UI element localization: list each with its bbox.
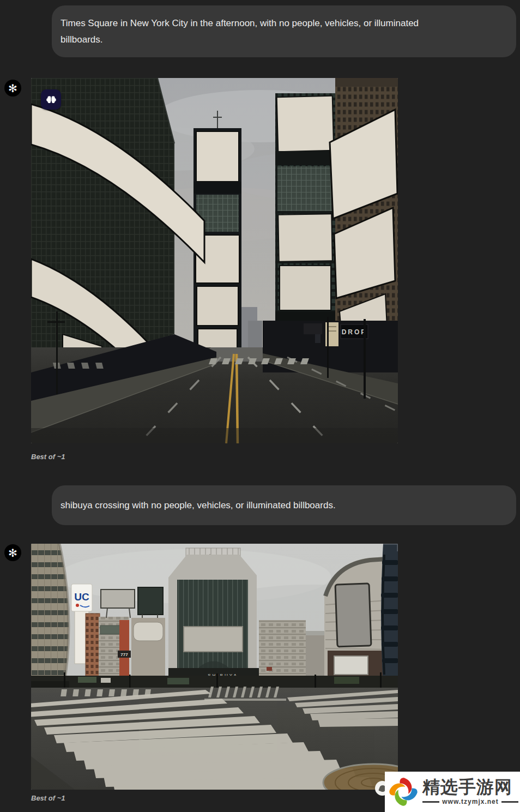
times-square-scene: DROP [31, 78, 398, 443]
chat-page: Times Square in New York City in the aft… [0, 0, 520, 812]
watermark-dash [422, 801, 439, 803]
watermark-site-name: 精选手游网 [422, 778, 518, 797]
assistant-avatar: ✻ [4, 544, 21, 561]
far-right-tower [381, 544, 398, 685]
shibuya-scene: UC 777 [31, 544, 398, 790]
watermark-dash [501, 801, 518, 803]
far-crosswalk-center [208, 687, 279, 697]
assistant-avatar: ✻ [4, 80, 21, 97]
user-message-bubble: Times Square in New York City in the aft… [52, 5, 516, 57]
user-message-text: shibuya crossing with no people, vehicle… [61, 497, 427, 514]
watermark: 精选手游网 www.tzymjx.net [385, 772, 520, 812]
slot-sign-text: 777 [120, 652, 128, 657]
drop-sign-text: DROP [342, 328, 367, 336]
user-message-text: Times Square in New York City in the aft… [61, 15, 427, 48]
image-caption: Best of ~1 [31, 453, 65, 461]
billboard-tower-right [275, 93, 335, 351]
image-caption: Best of ~1 [31, 794, 65, 802]
openai-logo-icon: ✻ [8, 548, 17, 558]
generated-image-times-square[interactable]: DROP [31, 78, 398, 443]
user-message-bubble: shibuya crossing with no people, vehicle… [52, 485, 516, 525]
openai-logo-icon: ✻ [8, 83, 17, 94]
model-badge[interactable] [41, 89, 61, 110]
uc-sign-text: UC [74, 591, 89, 603]
watermark-logo-icon [386, 775, 420, 809]
generated-image-shibuya[interactable]: UC 777 [31, 544, 398, 790]
watermark-site-url: www.tzymjx.net [442, 798, 499, 805]
brick-tower [330, 78, 398, 352]
brain-icon [45, 95, 57, 105]
